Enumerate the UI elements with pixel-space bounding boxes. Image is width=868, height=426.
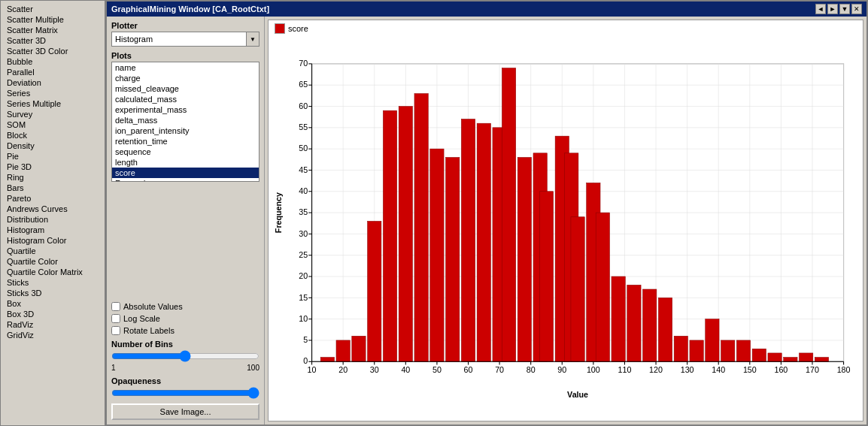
- left-panel: Plotter HistogramScatterBarLine ▼ Plots …: [107, 17, 265, 424]
- plotter-select[interactable]: HistogramScatterBarLine: [111, 32, 259, 47]
- sidebar-item-scatter-3d[interactable]: Scatter 3D: [1, 35, 105, 46]
- plot-item-missed_cleavage[interactable]: missed_cleavage: [112, 83, 259, 94]
- sidebar-item-quartile-color-matrix[interactable]: Quartile Color Matrix: [1, 267, 105, 277]
- log-scale-row: Log Scale: [111, 314, 259, 323]
- sidebar-item-histogram-color[interactable]: Histogram Color: [1, 235, 105, 246]
- close-btn[interactable]: ✕: [851, 4, 862, 14]
- svg-rect-42: [461, 119, 475, 362]
- svg-rect-51: [571, 217, 584, 362]
- plotter-label: Plotter: [111, 21, 259, 30]
- sidebar-item-scatter[interactable]: Scatter: [1, 4, 105, 14]
- svg-text:Value: Value: [567, 390, 588, 399]
- svg-text:70: 70: [299, 59, 308, 68]
- sidebar-item-scatter-3d-color[interactable]: Scatter 3D Color: [1, 46, 105, 56]
- sidebar-item-bars[interactable]: Bars: [1, 183, 105, 193]
- sidebar-item-pie[interactable]: Pie: [1, 151, 105, 162]
- svg-text:10: 10: [299, 314, 308, 323]
- svg-text:100: 100: [587, 365, 600, 374]
- sidebar-item-scatter-multiple[interactable]: Scatter Multiple: [1, 14, 105, 25]
- sidebar-item-deviation[interactable]: Deviation: [1, 77, 105, 88]
- sidebar-item-som[interactable]: SOM: [1, 119, 105, 130]
- nav-fwd-btn[interactable]: ►: [827, 4, 838, 14]
- svg-rect-64: [768, 353, 782, 361]
- sidebar: ScatterScatter MultipleScatter MatrixSca…: [0, 0, 105, 426]
- sidebar-item-radviz[interactable]: RadViz: [1, 319, 105, 330]
- bins-slider[interactable]: [111, 350, 259, 362]
- sidebar-item-sticks[interactable]: Sticks: [1, 277, 105, 288]
- sidebar-item-ring[interactable]: Ring: [1, 172, 105, 183]
- plot-item-Forward[interactable]: Forward: [112, 178, 259, 182]
- sidebar-item-quartile-color[interactable]: Quartile Color: [1, 256, 105, 267]
- plot-item-name[interactable]: name: [112, 62, 259, 73]
- plot-item-charge[interactable]: charge: [112, 73, 259, 83]
- sidebar-item-bubble[interactable]: Bubble: [1, 56, 105, 67]
- svg-rect-66: [800, 353, 813, 361]
- plots-section: Plots namechargemissed_cleavagecalculate…: [111, 51, 259, 298]
- svg-rect-46: [517, 157, 531, 361]
- rotate-labels-row: Rotate Labels: [111, 326, 259, 335]
- sidebar-item-histogram[interactable]: Histogram: [1, 225, 105, 235]
- dropdown-btn[interactable]: ▼: [839, 4, 850, 14]
- rotate-labels-label: Rotate Labels: [123, 326, 175, 335]
- nav-back-btn[interactable]: ◄: [815, 4, 826, 14]
- plot-item-experimental_mass[interactable]: experimental_mass: [112, 104, 259, 115]
- svg-text:20: 20: [338, 365, 348, 374]
- svg-text:130: 130: [681, 365, 694, 374]
- svg-rect-58: [674, 336, 687, 361]
- plots-label: Plots: [111, 51, 259, 60]
- svg-rect-34: [336, 340, 350, 361]
- svg-text:60: 60: [464, 365, 473, 374]
- log-scale-checkbox[interactable]: [111, 314, 120, 323]
- sidebar-item-sticks-3d[interactable]: Sticks 3D: [1, 288, 105, 298]
- sidebar-item-andrews-curves[interactable]: Andrews Curves: [1, 204, 105, 214]
- sidebar-item-parallel[interactable]: Parallel: [1, 67, 105, 77]
- svg-rect-56: [643, 289, 657, 361]
- svg-rect-63: [752, 349, 766, 361]
- svg-text:140: 140: [712, 365, 725, 374]
- svg-rect-37: [383, 110, 396, 361]
- sidebar-item-series[interactable]: Series: [1, 88, 105, 98]
- sidebar-item-quartile[interactable]: Quartile: [1, 246, 105, 256]
- plot-item-ion_parent_intensity[interactable]: ion_parent_intensity: [112, 125, 259, 136]
- sidebar-item-survey[interactable]: Survey: [1, 109, 105, 119]
- svg-rect-65: [784, 358, 797, 362]
- plot-item-delta_mass[interactable]: delta_mass: [112, 115, 259, 125]
- sidebar-item-box[interactable]: Box: [1, 298, 105, 309]
- svg-rect-62: [736, 340, 750, 361]
- absolute-values-checkbox[interactable]: [111, 302, 120, 311]
- log-scale-label: Log Scale: [123, 314, 160, 323]
- checkboxes-area: Absolute Values Log Scale Rotate Labels: [111, 302, 259, 335]
- svg-text:120: 120: [649, 365, 663, 374]
- sidebar-item-scatter-matrix[interactable]: Scatter Matrix: [1, 25, 105, 35]
- sidebar-item-distribution[interactable]: Distribution: [1, 214, 105, 225]
- save-image-button[interactable]: Save Image...: [111, 403, 259, 420]
- plot-item-score[interactable]: score: [112, 168, 259, 178]
- svg-text:50: 50: [299, 144, 308, 153]
- svg-text:90: 90: [557, 365, 566, 374]
- histogram-chart: 1020304050607080901001101201301401501601…: [272, 40, 860, 418]
- sidebar-item-pie-3d[interactable]: Pie 3D: [1, 162, 105, 172]
- sidebar-item-pareto[interactable]: Pareto: [1, 193, 105, 204]
- chart-svg-container: 1020304050607080901001101201301401501601…: [269, 37, 863, 421]
- opaqueness-section: Opaqueness: [111, 376, 259, 399]
- svg-text:20: 20: [299, 271, 308, 280]
- sidebar-item-gridviz[interactable]: GridViz: [1, 330, 105, 340]
- svg-rect-39: [414, 94, 428, 362]
- svg-rect-57: [658, 298, 672, 361]
- plotter-section: Plotter HistogramScatterBarLine ▼: [111, 21, 259, 47]
- svg-text:15: 15: [299, 293, 308, 302]
- rotate-labels-checkbox[interactable]: [111, 326, 120, 335]
- plot-item-calculated_mass[interactable]: calculated_mass: [112, 94, 259, 104]
- plot-item-retention_time[interactable]: retention_time: [112, 136, 259, 147]
- plots-list[interactable]: namechargemissed_cleavagecalculated_mass…: [111, 62, 259, 182]
- sidebar-item-box-3d[interactable]: Box 3D: [1, 309, 105, 319]
- sidebar-item-block[interactable]: Block: [1, 130, 105, 140]
- svg-text:40: 40: [299, 186, 308, 195]
- bins-max: 100: [247, 364, 259, 372]
- svg-text:65: 65: [299, 80, 308, 89]
- sidebar-item-series-multiple[interactable]: Series Multiple: [1, 98, 105, 109]
- sidebar-item-density[interactable]: Density: [1, 140, 105, 151]
- opaqueness-slider[interactable]: [111, 387, 259, 399]
- plot-item-sequence[interactable]: sequence: [112, 147, 259, 157]
- plot-item-length[interactable]: length: [112, 157, 259, 168]
